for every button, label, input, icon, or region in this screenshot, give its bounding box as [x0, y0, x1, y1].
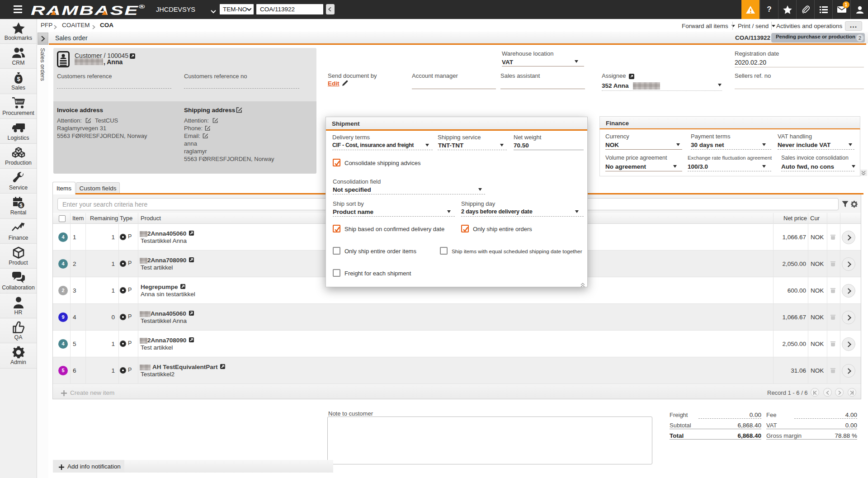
svg-text:$: $ [17, 76, 20, 82]
svg-text:$: $ [19, 203, 22, 208]
